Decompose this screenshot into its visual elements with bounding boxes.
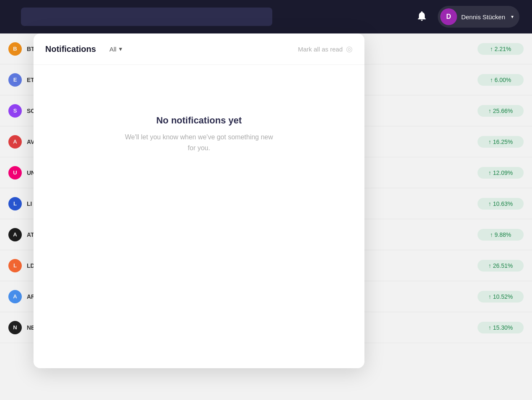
username-label: Dennis Stücken bbox=[461, 13, 505, 21]
empty-subtitle: We'll let you know when we've got someth… bbox=[124, 132, 274, 153]
popup-body: No notifications yet We'll let you know … bbox=[34, 65, 364, 203]
filter-dropdown[interactable]: All ▾ bbox=[106, 44, 126, 54]
navbar: D Dennis Stücken ▾ bbox=[0, 0, 532, 33]
empty-title: No notifications yet bbox=[156, 115, 242, 126]
search-bar[interactable] bbox=[21, 8, 272, 26]
popup-header: Notifications All ▾ Mark all as read ◎ bbox=[34, 33, 364, 65]
chevron-down-icon: ▾ bbox=[511, 14, 514, 20]
notifications-title: Notifications bbox=[45, 44, 96, 54]
notification-popup: Notifications All ▾ Mark all as read ◎ N… bbox=[34, 33, 364, 368]
user-menu[interactable]: D Dennis Stücken ▾ bbox=[438, 6, 519, 28]
filter-chevron-icon: ▾ bbox=[119, 45, 122, 53]
mark-all-read-label: Mark all as read bbox=[298, 46, 343, 53]
main-content: B BT ↑ 2.21% E ET ↑ 6.00% S SO ↑ 25.66% … bbox=[0, 33, 532, 400]
avatar: D bbox=[440, 8, 457, 25]
filter-label: All bbox=[109, 46, 116, 53]
mark-all-read-button[interactable]: Mark all as read ◎ bbox=[298, 44, 353, 54]
bell-icon[interactable] bbox=[413, 7, 431, 27]
check-circle-icon: ◎ bbox=[346, 44, 353, 54]
